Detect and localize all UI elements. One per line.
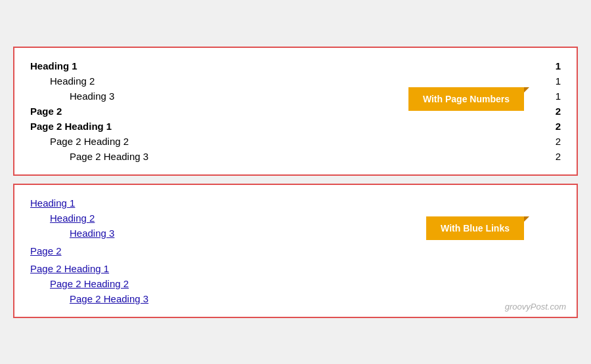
toc-num: 2 (548, 106, 561, 117)
table-row: Heading 2 1 (30, 73, 561, 89)
toc-num: 2 (548, 136, 561, 147)
badge-fold-icon (524, 216, 529, 222)
table-row: Heading 1 1 (30, 58, 561, 73)
toc-num: 2 (548, 121, 561, 132)
toc-label: Page 2 Heading 3 (30, 293, 561, 304)
toc-label: Page 2 (30, 245, 561, 256)
toc-label: Page 2 Heading 1 (30, 121, 548, 132)
toc-label: Page 2 Heading 2 (30, 136, 548, 147)
toc-label: Heading 2 (30, 75, 548, 87)
toc-num: 2 (548, 151, 561, 162)
badge-fold-icon (524, 87, 529, 92)
table-row: Page 2 Heading 3 2 (30, 149, 561, 164)
badge-label: With Page Numbers (408, 87, 524, 111)
table-row[interactable]: Heading 1 (30, 195, 561, 211)
toc-label: Heading 1 (30, 197, 561, 209)
badge-label: With Blue Links (426, 216, 524, 240)
table-row[interactable]: Page 2 (30, 243, 561, 258)
toc-label: Page 2 Heading 1 (30, 263, 561, 274)
table-row[interactable]: Page 2 Heading 3 (30, 291, 561, 306)
toc-label: Page 2 Heading 2 (30, 278, 561, 289)
badge-with-blue-links: With Blue Links (426, 216, 524, 240)
table-row[interactable]: Page 2 Heading 2 (30, 276, 561, 291)
table-row[interactable]: Page 2 Heading 1 (30, 261, 561, 276)
table-row: Page 2 Heading 1 2 (30, 119, 561, 134)
toc-box-blue-links: Heading 1 Heading 2 Heading 3 Page 2 Pag… (13, 184, 578, 318)
watermark: groovyPost.com (505, 302, 566, 312)
toc-box-page-numbers: Heading 1 1 Heading 2 1 Heading 3 1 Page… (13, 47, 578, 176)
toc-label: Heading 1 (30, 60, 548, 71)
table-row: Page 2 Heading 2 2 (30, 134, 561, 149)
toc-num: 1 (548, 91, 561, 102)
badge-with-page-numbers: With Page Numbers (408, 87, 524, 111)
toc-label: Page 2 Heading 3 (30, 151, 548, 162)
toc-num: 1 (548, 75, 561, 87)
toc-num: 1 (548, 60, 561, 71)
